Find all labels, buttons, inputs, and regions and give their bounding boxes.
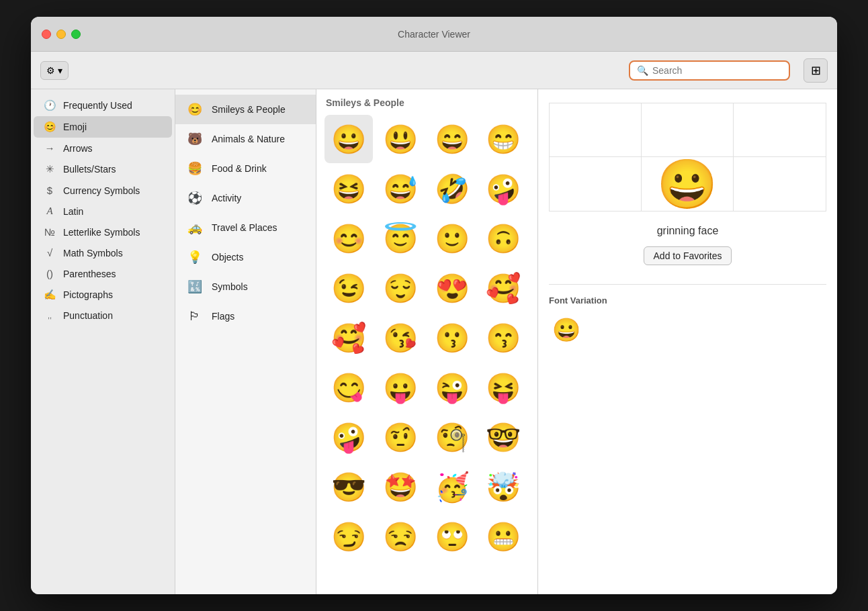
emoji-cell[interactable]: 😝 xyxy=(479,363,527,412)
gear-menu-button[interactable]: ⚙ ▾ xyxy=(40,61,69,80)
clock-icon: 🕐 xyxy=(43,99,56,111)
emoji-cell[interactable]: 😁 xyxy=(479,115,527,163)
emoji-cell[interactable]: 😋 xyxy=(324,363,373,412)
category-animals[interactable]: 🐻 Animals & Nature xyxy=(175,124,316,154)
category-food[interactable]: 🍔 Food & Drink xyxy=(175,154,316,183)
emoji-cell[interactable]: 🙂 xyxy=(428,214,476,263)
emoji-cell[interactable]: 😘 xyxy=(376,314,425,362)
add-to-favorites-button[interactable]: Add to Favorites xyxy=(644,246,732,265)
gear-icon: ⚙ xyxy=(46,65,55,76)
currency-icon: $ xyxy=(43,185,56,196)
parentheses-icon: () xyxy=(43,268,56,279)
main-content: 🕐 Frequently Used 😊 Emoji → Arrows ✳ Bul… xyxy=(31,89,837,594)
emoji-icon: 😊 xyxy=(43,121,56,133)
emoji-cell[interactable]: 🧐 xyxy=(428,413,476,461)
emoji-cell[interactable]: 🤯 xyxy=(479,463,527,511)
search-box: 🔍 xyxy=(629,60,790,81)
emoji-grid-title: Smileys & People xyxy=(324,97,529,108)
emoji-cell[interactable]: 🥰 xyxy=(479,264,527,312)
emoji-cell[interactable]: 😎 xyxy=(324,463,373,511)
emoji-cell[interactable]: 😍 xyxy=(428,264,476,312)
chevron-down-icon: ▾ xyxy=(58,65,62,76)
category-symbols[interactable]: 🔣 Symbols xyxy=(175,272,316,301)
emoji-cell[interactable]: 🙃 xyxy=(479,214,527,263)
emoji-cell[interactable]: 🥰 xyxy=(324,314,373,362)
grid-view-button[interactable]: ⊞ xyxy=(804,58,828,83)
sidebar-item-letterlike[interactable]: № Letterlike Symbols xyxy=(34,222,172,242)
sidebar-item-parentheses[interactable]: () Parentheses xyxy=(34,263,172,284)
category-label-animals: Animals & Nature xyxy=(212,134,285,144)
sidebar-label-currency: Currency Symbols xyxy=(63,185,140,196)
emoji-cell[interactable]: 🤪 xyxy=(479,164,527,213)
emoji-cell[interactable]: 🤓 xyxy=(479,413,527,461)
category-activity[interactable]: ⚽ Activity xyxy=(175,183,316,213)
pictographs-icon: ✍ xyxy=(43,289,56,301)
food-icon: 🍔 xyxy=(186,160,204,177)
sidebar-item-currency[interactable]: $ Currency Symbols xyxy=(34,180,172,201)
emoji-cell[interactable]: 😙 xyxy=(479,314,527,362)
emoji-cell[interactable]: 😄 xyxy=(428,115,476,163)
sidebar-label-math: Math Symbols xyxy=(63,248,123,258)
animals-icon: 🐻 xyxy=(186,130,204,148)
sidebar-item-bullets[interactable]: ✳ Bullets/Stars xyxy=(34,158,172,180)
category-travel[interactable]: 🚕 Travel & Places xyxy=(175,213,316,242)
emoji-cell[interactable]: 🤨 xyxy=(376,413,425,461)
emoji-cell[interactable]: 😌 xyxy=(376,264,425,312)
emoji-cell[interactable]: 😇 xyxy=(376,214,425,263)
sidebar-item-latin[interactable]: A Latin xyxy=(34,201,172,222)
category-label-objects: Objects xyxy=(212,252,243,263)
letterlike-icon: № xyxy=(43,226,56,238)
emoji-cell[interactable]: 😊 xyxy=(324,214,373,263)
category-label-travel: Travel & Places xyxy=(212,222,277,233)
emoji-cell[interactable]: 🤪 xyxy=(324,413,373,461)
category-smileys[interactable]: 😊 Smileys & People xyxy=(175,95,316,124)
activity-icon: ⚽ xyxy=(186,189,204,207)
font-variation-title: Font Variation xyxy=(549,295,607,306)
detail-main-emoji-cell: 😀 xyxy=(642,157,734,211)
sidebar-label-arrows: Arrows xyxy=(63,143,93,154)
category-panel: 😊 Smileys & People 🐻 Animals & Nature 🍔 … xyxy=(175,89,316,594)
category-label-flags: Flags xyxy=(212,311,234,322)
emoji-cell[interactable]: 🙄 xyxy=(428,512,476,561)
sidebar-item-pictographs[interactable]: ✍ Pictographs xyxy=(34,284,172,306)
emoji-cell[interactable]: 😅 xyxy=(376,164,425,213)
detail-grid-cell xyxy=(550,157,642,211)
emoji-cell[interactable]: 🤩 xyxy=(376,463,425,511)
sidebar-item-arrows[interactable]: → Arrows xyxy=(34,138,172,158)
traffic-lights xyxy=(42,30,81,39)
sidebar-item-emoji[interactable]: 😊 Emoji xyxy=(34,116,172,138)
emoji-cell[interactable]: 🤣 xyxy=(428,164,476,213)
close-button[interactable] xyxy=(42,30,51,39)
sidebar-label-frequently-used: Frequently Used xyxy=(63,100,132,111)
emoji-cell[interactable]: 🥳 xyxy=(428,463,476,511)
flags-icon: 🏳 xyxy=(186,308,204,325)
emoji-cell[interactable]: 😛 xyxy=(376,363,425,412)
detail-grid-cell xyxy=(642,103,734,157)
detail-grid: 😀 xyxy=(549,103,826,211)
detail-grid-cell xyxy=(550,103,642,157)
latin-icon: A xyxy=(43,205,56,217)
emoji-cell[interactable]: 😆 xyxy=(324,164,373,213)
category-objects[interactable]: 💡 Objects xyxy=(175,242,316,272)
detail-grid-cell xyxy=(734,157,826,211)
emoji-cell[interactable]: 😀 xyxy=(324,115,373,163)
sidebar-label-latin: Latin xyxy=(63,206,83,217)
search-input[interactable] xyxy=(652,65,782,76)
emoji-cell[interactable]: 😏 xyxy=(324,512,373,561)
font-variation-cell[interactable]: 😀 xyxy=(549,312,584,347)
minimize-button[interactable] xyxy=(56,30,66,39)
font-variation-grid: 😀 xyxy=(549,312,584,347)
emoji-cell[interactable]: 😒 xyxy=(376,512,425,561)
maximize-button[interactable] xyxy=(71,30,81,39)
emoji-cell[interactable]: 😉 xyxy=(324,264,373,312)
emoji-cell[interactable]: 😜 xyxy=(428,363,476,412)
sidebar-item-punctuation[interactable]: ,, Punctuation xyxy=(34,306,172,326)
sidebar-item-math[interactable]: √ Math Symbols xyxy=(34,242,172,263)
emoji-cell[interactable]: 😃 xyxy=(376,115,425,163)
emoji-cell[interactable]: 😬 xyxy=(479,512,527,561)
category-flags[interactable]: 🏳 Flags xyxy=(175,301,316,331)
emoji-cell[interactable]: 😗 xyxy=(428,314,476,362)
bullets-icon: ✳ xyxy=(43,163,56,175)
detail-panel: 😀 grinning face Add to Favorites Font Va… xyxy=(538,89,837,594)
sidebar-item-frequently-used[interactable]: 🕐 Frequently Used xyxy=(34,95,172,116)
